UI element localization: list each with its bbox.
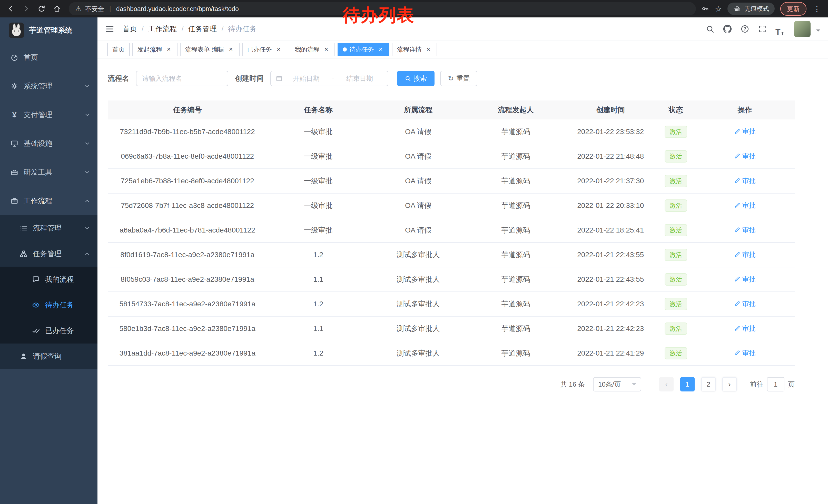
close-tab-icon[interactable]: × (165, 46, 172, 53)
home-icon (53, 5, 61, 13)
address-bar[interactable]: ⚠ 不安全 | dashboard.yudao.iocoder.cn/bpm/t… (69, 2, 696, 15)
sidebar-item-todo-task[interactable]: 待办任务 (0, 292, 97, 318)
chat-icon (32, 275, 40, 283)
next-page-button[interactable]: › (722, 377, 737, 392)
cell-process: OA 请假 (369, 169, 467, 193)
end-date-input[interactable] (336, 75, 383, 83)
bookmark-star-icon[interactable]: ☆ (715, 4, 722, 13)
github-button[interactable] (720, 22, 735, 36)
tab-done-task[interactable]: 已办任务× (242, 43, 287, 56)
sidebar-item-system[interactable]: 系统管理 (0, 72, 97, 100)
font-size-button[interactable]: TT (773, 22, 787, 36)
user-avatar[interactable] (794, 21, 811, 37)
reset-button[interactable]: ↻ 重置 (440, 71, 478, 86)
browser-back-button[interactable] (4, 2, 17, 15)
fullscreen-icon (758, 25, 767, 33)
cell-task-id: 725a1eb6-7b88-11ec-8ef0-acde48001122 (108, 169, 267, 193)
forward-arrow-icon (22, 5, 30, 13)
tab-my-process[interactable]: 我的流程× (290, 43, 335, 56)
goto-page-input[interactable] (767, 377, 784, 392)
sidebar-item-infra[interactable]: 基础设施 (0, 129, 97, 158)
breadcrumb-current: 待办任务 (228, 24, 257, 34)
sidebar-item-task-mgmt[interactable]: 任务管理 (0, 241, 97, 267)
close-tab-icon[interactable]: × (377, 46, 384, 53)
password-key-icon[interactable] (701, 5, 709, 13)
col-task-id: 任务编号 (108, 100, 267, 120)
breadcrumb-separator: / (222, 25, 224, 33)
approve-link[interactable]: 审批 (734, 349, 756, 358)
chevron-down-icon (84, 169, 90, 175)
table-row: a6aba0a4-7b6d-11ec-b781-acde48001122 一级审… (108, 218, 795, 242)
approve-link[interactable]: 审批 (734, 152, 756, 161)
briefcase-icon (10, 197, 18, 205)
sidebar-item-done-task[interactable]: 已办任务 (0, 318, 97, 343)
page-size-select[interactable]: 10条/页 (593, 377, 641, 392)
date-range-picker[interactable]: - (271, 71, 388, 86)
avatar-dropdown-caret-icon[interactable] (816, 30, 820, 34)
cell-task-name: 一级审批 (267, 144, 369, 169)
tab-process-form-edit[interactable]: 流程表单-编辑× (180, 43, 240, 56)
approve-link[interactable]: 审批 (734, 250, 756, 259)
col-actions: 操作 (695, 100, 795, 120)
cell-create-time: 2022-01-21 22:41:29 (565, 341, 657, 366)
tab-home[interactable]: 首页 (107, 43, 130, 56)
breadcrumb-home[interactable]: 首页 (123, 24, 137, 34)
close-tab-icon[interactable]: × (227, 46, 235, 53)
pencil-icon (734, 202, 740, 209)
cell-initiator: 芋道源码 (467, 193, 565, 218)
approve-link[interactable]: 审批 (734, 201, 756, 210)
browser-menu-button[interactable]: ⋮ (812, 4, 822, 13)
close-tab-icon[interactable]: × (425, 46, 432, 53)
sidebar-logo[interactable]: 芋道管理系统 (0, 17, 97, 43)
tab-todo-task[interactable]: 待办任务× (338, 43, 389, 56)
tab-start-process[interactable]: 发起流程× (132, 43, 177, 56)
sidebar-item-process-mgmt[interactable]: 流程管理 (0, 215, 97, 241)
approve-link[interactable]: 审批 (734, 226, 756, 235)
breadcrumb-task-mgmt[interactable]: 任务管理 (188, 24, 217, 34)
cell-task-name: 1.2 (267, 292, 369, 316)
filter-bar: 流程名 创建时间 - 搜索 (108, 71, 795, 86)
approve-link[interactable]: 审批 (734, 300, 756, 308)
process-name-input[interactable] (136, 71, 228, 86)
cell-process: OA 请假 (369, 193, 467, 218)
cell-process: 测试多审批人 (369, 341, 467, 366)
sidebar-item-workflow[interactable]: 工作流程 (0, 187, 97, 215)
start-date-input[interactable] (283, 75, 330, 83)
cell-create-time: 2022-01-21 22:42:23 (565, 316, 657, 341)
breadcrumb-workflow[interactable]: 工作流程 (148, 24, 177, 34)
close-tab-icon[interactable]: × (275, 46, 282, 53)
help-button[interactable] (738, 22, 752, 36)
tags-view-bar: 首页 发起流程× 流程表单-编辑× 已办任务× 我的流程× 待办任务× (97, 41, 828, 58)
sidebar-collapse-button[interactable] (104, 25, 119, 34)
cell-task-name: 一级审批 (267, 218, 369, 242)
search-button[interactable] (703, 22, 717, 36)
search-button[interactable]: 搜索 (397, 71, 434, 86)
search-icon (405, 75, 411, 82)
browser-chrome: ⚠ 不安全 | dashboard.yudao.iocoder.cn/bpm/t… (0, 0, 828, 17)
browser-home-button[interactable] (50, 2, 64, 15)
browser-update-button[interactable]: 更新 (780, 2, 806, 16)
prev-page-button[interactable]: ‹ (659, 377, 673, 392)
sidebar-item-my-process[interactable]: 我的流程 (0, 267, 97, 292)
col-task-name: 任务名称 (267, 100, 369, 120)
approve-link[interactable]: 审批 (734, 275, 756, 284)
page-button-1[interactable]: 1 (680, 377, 695, 392)
cell-initiator: 芋道源码 (467, 218, 565, 242)
close-tab-icon[interactable]: × (323, 46, 330, 53)
sidebar-item-payment[interactable]: ¥ 支付管理 (0, 100, 97, 129)
status-badge: 激活 (665, 273, 687, 286)
browser-refresh-button[interactable] (35, 2, 48, 15)
gear-icon (10, 82, 18, 90)
sidebar-item-devtools[interactable]: 研发工具 (0, 158, 97, 187)
sidebar-item-leave-query[interactable]: 请假查询 (0, 343, 97, 369)
sidebar-item-home[interactable]: 首页 (0, 43, 97, 72)
tab-process-detail[interactable]: 流程详情× (392, 43, 437, 56)
approve-link[interactable]: 审批 (734, 127, 756, 136)
fullscreen-button[interactable] (755, 22, 770, 36)
approve-link[interactable]: 审批 (734, 176, 756, 185)
approve-link[interactable]: 审批 (734, 324, 756, 333)
browser-forward-button[interactable] (19, 2, 33, 15)
page-button-2[interactable]: 2 (701, 377, 716, 392)
page-url: dashboard.yudao.iocoder.cn/bpm/task/todo (116, 5, 239, 12)
cell-initiator: 芋道源码 (467, 242, 565, 267)
